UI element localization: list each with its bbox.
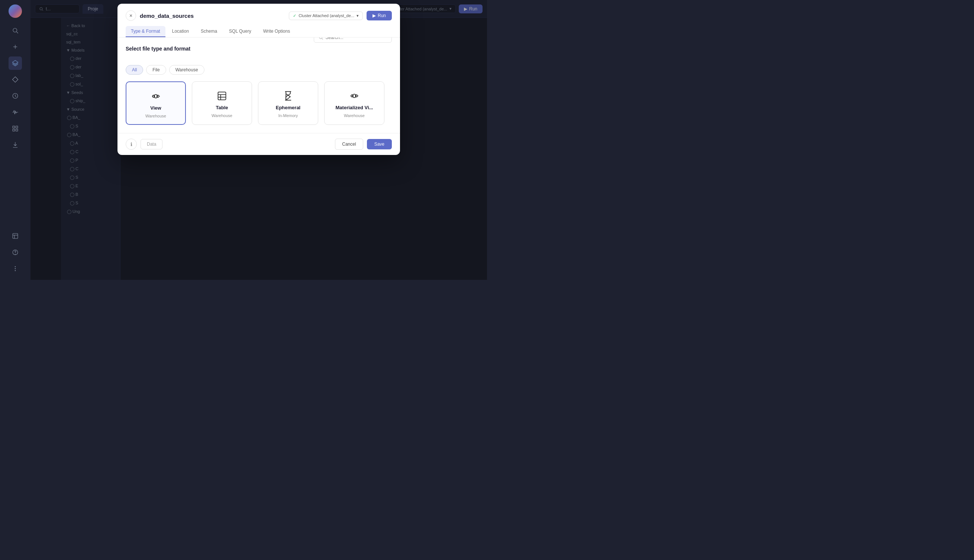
modal-cluster-chevron-icon: ▾ bbox=[357, 13, 359, 18]
filter-pills: All File Warehouse bbox=[126, 65, 392, 75]
tab-location[interactable]: Location bbox=[167, 26, 194, 37]
info-icon: ℹ bbox=[130, 142, 132, 147]
modal-run-button[interactable]: ▶ Run bbox=[367, 11, 392, 20]
sidebar-item-more[interactable] bbox=[8, 262, 22, 275]
modal-header: × demo_data_sources ✓ Cluster Attached (… bbox=[117, 4, 400, 21]
hourglass-icon bbox=[283, 90, 293, 102]
type-cards: View Warehouse Table Warehouse bbox=[126, 82, 392, 125]
svg-rect-25 bbox=[218, 92, 226, 100]
ephemeral-card-subtitle: In-Memory bbox=[279, 113, 298, 118]
data-button: Data bbox=[140, 139, 162, 149]
svg-point-0 bbox=[13, 28, 17, 32]
table-icon bbox=[217, 90, 227, 102]
svg-point-18 bbox=[15, 270, 16, 271]
svg-point-15 bbox=[15, 254, 16, 255]
search-icon bbox=[319, 38, 324, 40]
type-card-view[interactable]: View Warehouse bbox=[126, 82, 186, 125]
pill-warehouse[interactable]: Warehouse bbox=[169, 65, 205, 75]
modal-tabs: Type & Format Location Schema SQL Query … bbox=[117, 21, 400, 38]
svg-point-21 bbox=[319, 38, 322, 38]
sidebar-item-layers[interactable] bbox=[8, 57, 22, 70]
modal-overlay: × demo_data_sources ✓ Cluster Attached (… bbox=[30, 0, 487, 280]
svg-point-24 bbox=[157, 95, 159, 97]
sidebar-item-search[interactable] bbox=[8, 24, 22, 37]
modal-title: demo_data_sources bbox=[140, 13, 194, 19]
svg-point-23 bbox=[152, 95, 155, 97]
view-icon bbox=[150, 90, 161, 102]
materialized-view-icon bbox=[349, 90, 360, 102]
cluster-check-icon: ✓ bbox=[293, 13, 296, 18]
app-logo[interactable] bbox=[8, 5, 22, 18]
sidebar-item-add[interactable] bbox=[8, 40, 22, 53]
pill-all[interactable]: All bbox=[126, 65, 143, 75]
modal-play-icon: ▶ bbox=[372, 13, 376, 18]
tab-schema[interactable]: Schema bbox=[195, 26, 222, 37]
search-input[interactable] bbox=[326, 38, 387, 40]
tab-type-format[interactable]: Type & Format bbox=[126, 26, 165, 37]
close-button[interactable]: × bbox=[126, 10, 136, 21]
ephemeral-card-name: Ephemeral bbox=[276, 105, 300, 110]
type-card-materialized-view[interactable]: Materialized Vi... Warehouse bbox=[324, 82, 384, 125]
view-card-subtitle: Warehouse bbox=[145, 114, 166, 118]
section-title: Select file type and format bbox=[126, 46, 190, 52]
svg-line-22 bbox=[322, 38, 323, 39]
sidebar-item-clock[interactable] bbox=[8, 89, 22, 103]
modal-dialog: × demo_data_sources ✓ Cluster Attached (… bbox=[117, 4, 400, 155]
svg-rect-9 bbox=[13, 129, 15, 131]
svg-rect-8 bbox=[16, 126, 18, 128]
modal-cluster-label: Cluster Attached (analyst_de... bbox=[299, 13, 354, 18]
modal-cluster-badge[interactable]: ✓ Cluster Attached (analyst_de... ▾ bbox=[289, 12, 363, 20]
svg-marker-4 bbox=[13, 60, 18, 64]
sidebar-item-diamond[interactable] bbox=[8, 73, 22, 86]
pill-file[interactable]: File bbox=[146, 65, 166, 75]
info-button[interactable]: ℹ bbox=[126, 138, 137, 150]
sidebar-item-help[interactable] bbox=[8, 246, 22, 259]
svg-rect-7 bbox=[13, 126, 15, 128]
svg-point-17 bbox=[15, 268, 16, 269]
modal-body: Select file type and format All File War… bbox=[117, 38, 400, 133]
sidebar-item-grid[interactable] bbox=[8, 122, 22, 135]
svg-point-16 bbox=[15, 267, 16, 267]
materialized-view-card-name: Materialized Vi... bbox=[336, 105, 373, 110]
type-card-table[interactable]: Table Warehouse bbox=[192, 82, 252, 125]
save-button[interactable]: Save bbox=[367, 139, 392, 149]
materialized-view-card-subtitle: Warehouse bbox=[344, 113, 365, 118]
sidebar bbox=[0, 0, 30, 280]
tab-sql-query[interactable]: SQL Query bbox=[224, 26, 257, 37]
close-icon: × bbox=[129, 13, 132, 18]
sidebar-item-activity[interactable] bbox=[8, 105, 22, 119]
svg-line-1 bbox=[17, 32, 18, 33]
svg-rect-10 bbox=[16, 129, 18, 131]
sidebar-item-download[interactable] bbox=[8, 138, 22, 152]
table-card-subtitle: Warehouse bbox=[212, 113, 232, 118]
svg-marker-5 bbox=[13, 77, 18, 82]
type-card-ephemeral[interactable]: Ephemeral In-Memory bbox=[258, 82, 318, 125]
table-card-name: Table bbox=[216, 105, 228, 110]
cancel-button[interactable]: Cancel bbox=[335, 138, 363, 150]
svg-rect-11 bbox=[13, 233, 18, 238]
view-card-name: View bbox=[150, 105, 161, 111]
modal-footer: ℹ Data Cancel Save bbox=[117, 133, 400, 155]
sidebar-item-table[interactable] bbox=[8, 229, 22, 243]
tab-write-options[interactable]: Write Options bbox=[258, 26, 295, 37]
search-input-container[interactable] bbox=[314, 38, 392, 43]
